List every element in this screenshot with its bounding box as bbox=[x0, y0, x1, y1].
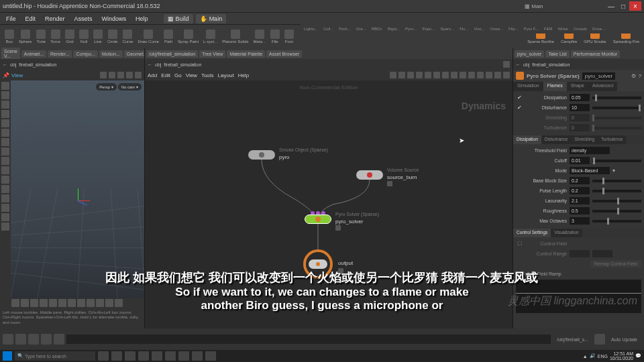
shelf-tool[interactable]: Tube bbox=[34, 28, 48, 45]
vp-tool-icon[interactable] bbox=[1, 110, 9, 118]
bypass-flag-icon[interactable] bbox=[335, 225, 341, 231]
menu-windows[interactable]: Windows bbox=[99, 14, 130, 23]
display-flag-icon[interactable] bbox=[338, 268, 343, 274]
taskbar-app[interactable] bbox=[192, 351, 203, 361]
tab-visualization[interactable]: Visualization bbox=[551, 229, 582, 237]
shelf-tool[interactable]: Box bbox=[3, 28, 16, 45]
vp-tool-icon[interactable] bbox=[1, 157, 9, 165]
t-item[interactable]: Ocea... bbox=[488, 26, 505, 32]
path-node[interactable]: fireball_simulation bbox=[164, 62, 201, 67]
t-item[interactable]: Coll... bbox=[321, 26, 335, 32]
vp-tool-icon[interactable] bbox=[1, 129, 9, 137]
ne-tool-icon[interactable] bbox=[503, 72, 510, 78]
vp-tool-icon[interactable] bbox=[1, 147, 9, 156]
node-source-burn[interactable]: Volume Source source_burn bbox=[356, 170, 383, 180]
shelf-tool[interactable]: Curve bbox=[120, 28, 135, 45]
t-item[interactable]: /obj/fireball_simulation bbox=[146, 50, 198, 58]
lacunarity-slider[interactable] bbox=[592, 200, 641, 202]
cutoff-slider[interactable] bbox=[592, 160, 641, 162]
roughness-field[interactable]: 0.5 bbox=[570, 207, 590, 215]
octaves-slider[interactable] bbox=[592, 220, 641, 223]
vp-tool-icon[interactable] bbox=[96, 299, 104, 307]
ne-edit[interactable]: Edit bbox=[161, 72, 170, 78]
vp-tool-icon[interactable] bbox=[115, 299, 123, 307]
ne-tool-icon[interactable] bbox=[451, 72, 458, 78]
vp-tool-icon[interactable] bbox=[135, 72, 142, 78]
bypass-flag-icon[interactable] bbox=[387, 181, 392, 186]
ne-go[interactable]: Go bbox=[174, 72, 182, 78]
tab-simulation[interactable]: Simulation bbox=[513, 82, 543, 91]
vp-tool-icon[interactable] bbox=[1, 91, 9, 99]
vp-tool-icon[interactable] bbox=[117, 72, 124, 78]
play-first-icon[interactable] bbox=[3, 334, 13, 345]
remap-button[interactable]: Remap Control Field bbox=[590, 260, 641, 267]
ne-tool-icon[interactable] bbox=[486, 72, 492, 78]
t-item[interactable]: Motion... bbox=[99, 50, 123, 58]
shelf-tool[interactable]: Grid bbox=[63, 28, 76, 45]
t-item[interactable]: Take List bbox=[545, 50, 570, 58]
shelf-tool[interactable]: L-syst... bbox=[201, 28, 219, 45]
t-item[interactable]: Popu... bbox=[420, 26, 437, 32]
t-item[interactable]: RBDs bbox=[370, 26, 384, 32]
t-item[interactable]: Flu... bbox=[458, 26, 470, 32]
threshold-field[interactable]: density bbox=[570, 147, 610, 154]
vp-tool-icon[interactable] bbox=[100, 72, 107, 78]
menu-edit[interactable]: Edit bbox=[22, 14, 40, 23]
t-item[interactable]: pyro_solver bbox=[515, 50, 544, 58]
taskbar-app[interactable] bbox=[138, 351, 149, 361]
roughness-slider[interactable] bbox=[592, 210, 641, 213]
checkbox[interactable]: ☐ bbox=[516, 241, 523, 247]
ne-opt-icon[interactable] bbox=[503, 61, 510, 68]
vp-tool-icon[interactable] bbox=[77, 299, 85, 307]
checkbox[interactable]: ✔ bbox=[516, 105, 523, 111]
vp-tool-icon[interactable] bbox=[68, 299, 76, 307]
subtab-turbulence[interactable]: Turbulence bbox=[598, 135, 626, 144]
vp-tool-icon[interactable] bbox=[1, 213, 9, 221]
path-node[interactable]: fireball_simulation bbox=[532, 62, 570, 67]
menu-assets[interactable]: Assets bbox=[71, 14, 96, 23]
close-button[interactable]: × bbox=[629, 1, 641, 11]
checkbox[interactable]: ✔ bbox=[516, 95, 523, 101]
vp-tool-icon[interactable] bbox=[21, 299, 29, 307]
vp-tool-icon[interactable] bbox=[1, 82, 9, 90]
t-item[interactable]: FEM bbox=[542, 26, 555, 32]
ne-tool-icon[interactable] bbox=[477, 72, 484, 78]
shelf-tool[interactable]: File bbox=[268, 28, 282, 45]
ne-tool-icon[interactable] bbox=[468, 72, 475, 78]
tab-advanced[interactable]: Advanced bbox=[588, 82, 617, 91]
ne-tool-icon[interactable] bbox=[390, 72, 396, 78]
vp-tool-icon[interactable] bbox=[87, 299, 95, 307]
vp-tool-icon[interactable] bbox=[30, 299, 38, 307]
help-icon[interactable]: ? bbox=[639, 73, 641, 79]
vp-tool-icon[interactable] bbox=[1, 204, 9, 212]
taskbar-app[interactable] bbox=[125, 351, 136, 361]
subtab-dissipation[interactable]: Dissipation bbox=[513, 135, 541, 144]
t-item[interactable]: Drive... bbox=[590, 26, 607, 32]
path-node[interactable]: fireball_simulation bbox=[19, 62, 56, 67]
shelf-tool[interactable]: Font bbox=[282, 28, 296, 45]
blocksize-slider[interactable] bbox=[592, 180, 641, 182]
ne-layout[interactable]: Layout bbox=[218, 72, 234, 78]
dissipation-field[interactable]: 0.05 bbox=[570, 94, 590, 101]
timeline-track[interactable] bbox=[66, 335, 551, 344]
taskbar-app[interactable] bbox=[205, 351, 216, 361]
tab-flames[interactable]: Flames bbox=[543, 82, 567, 91]
desktop-main[interactable]: ✋Main bbox=[196, 14, 227, 23]
vp-tool-icon[interactable] bbox=[1, 223, 9, 231]
t-item[interactable]: Material Palette bbox=[227, 50, 265, 58]
t-item[interactable]: Gra... bbox=[354, 26, 368, 32]
vp-tool-icon[interactable] bbox=[11, 299, 19, 307]
t-item[interactable]: Compo... bbox=[73, 50, 97, 58]
vp-tool-icon[interactable] bbox=[1, 194, 9, 202]
taskbar-app[interactable] bbox=[165, 351, 176, 361]
dissipation-slider[interactable] bbox=[592, 97, 641, 99]
vp-tool-icon[interactable] bbox=[1, 185, 9, 193]
vp-tool-icon[interactable] bbox=[58, 299, 66, 307]
ne-help[interactable]: Help bbox=[238, 72, 249, 78]
vp-tool-icon[interactable] bbox=[126, 72, 133, 78]
disturbance-field[interactable]: 10 bbox=[570, 104, 590, 111]
windows-search[interactable]: 🔍 Type here to search bbox=[15, 351, 95, 361]
t-item[interactable]: Tree View bbox=[199, 50, 225, 58]
pulse-slider[interactable] bbox=[592, 190, 641, 192]
tray-icon[interactable]: ▲ bbox=[583, 354, 588, 359]
